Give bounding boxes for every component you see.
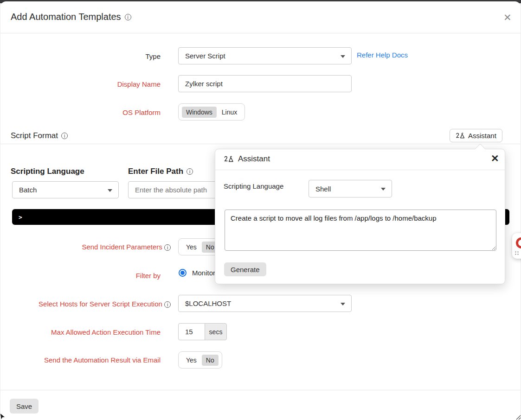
scripting-language-label-text: Scripting Language [11, 167, 84, 176]
assistant-button-label: Assistant [468, 132, 496, 140]
select-hosts-dropdown[interactable]: $LOCALHOST [178, 295, 352, 312]
chevron-down-icon [108, 189, 112, 192]
send-incident-parameters-info-icon[interactable]: i [164, 244, 171, 251]
mouse-cursor [0, 413, 7, 420]
os-option-linux[interactable]: Linux [218, 107, 241, 118]
display-name-input[interactable] [178, 75, 352, 92]
select-hosts-label: Select Hosts for Server Script Execution… [10, 300, 171, 308]
filter-by-options: Monitor [179, 269, 215, 277]
radio-dot-icon [180, 271, 185, 275]
window-resize-grip-icon[interactable] [515, 415, 521, 420]
chevron-down-icon [341, 303, 345, 305]
monitor-radio[interactable] [179, 269, 187, 277]
popup-header: Assistant [224, 154, 270, 164]
type-dropdown-value: Server Script [185, 52, 225, 60]
send-incident-parameters-label-text: Send Incident Parameters [82, 243, 162, 251]
script-format-info-icon[interactable]: i [61, 133, 68, 139]
zia-icon [456, 132, 465, 140]
zia-icon [224, 155, 234, 163]
page-title: Add Automation Templates i [11, 12, 131, 22]
refer-help-docs-link[interactable]: Refer Help Docs [357, 51, 408, 59]
drag-handle-dots-icon [515, 251, 520, 256]
select-hosts-label-text: Select Hosts for Server Script Execution [39, 300, 162, 308]
email-result-no[interactable]: No [202, 355, 219, 366]
scripting-language-label: Scripting Language [11, 167, 84, 176]
os-platform-toggle: Windows Linux [178, 103, 245, 121]
chevron-down-icon [381, 188, 386, 191]
assistant-popup: Assistant ✕ Scripting Language Shell Cre… [215, 149, 505, 284]
email-result-yes[interactable]: Yes [182, 355, 201, 366]
floating-record-widget[interactable] [512, 233, 521, 259]
title-info-icon[interactable]: i [125, 14, 131, 20]
type-label: Type [10, 52, 161, 60]
popup-scripting-language-dropdown[interactable]: Shell [309, 180, 392, 197]
add-automation-templates-modal: Add Automation Templates i ✕ Type Server… [0, 1, 521, 420]
scripting-language-dropdown[interactable]: Batch [12, 181, 119, 198]
modal-close-icon[interactable]: ✕ [503, 13, 512, 22]
section-divider [0, 144, 521, 144]
type-dropdown[interactable]: Server Script [178, 47, 352, 64]
modal-title: Add Automation Templates [11, 12, 121, 22]
terminal-prompt: > [19, 214, 22, 221]
file-path-info-icon[interactable]: i [187, 168, 193, 175]
scripting-language-value: Batch [19, 186, 37, 194]
max-execution-time-label: Max Allowed Action Execution Time [10, 328, 161, 336]
popup-scripting-language-label: Scripting Language [224, 182, 283, 190]
assistant-button[interactable]: Assistant [450, 129, 502, 142]
display-name-label: Display Name [10, 80, 161, 88]
os-option-windows[interactable]: Windows [182, 107, 217, 118]
select-hosts-value: $LOCALHOST [185, 299, 231, 307]
header-divider [0, 33, 521, 33]
script-format-heading: Script Format i [11, 131, 68, 140]
footer-divider [0, 390, 521, 390]
popup-close-icon[interactable]: ✕ [491, 153, 499, 164]
chevron-down-icon [341, 55, 345, 58]
popup-title: Assistant [238, 154, 270, 164]
send-incident-parameters-label: Send Incident Parameters i [10, 243, 171, 251]
os-platform-label: OS Platform [10, 108, 161, 116]
popup-scripting-language-value: Shell [315, 185, 331, 193]
record-ring-icon [516, 237, 521, 248]
file-path-label: Enter File Path i [128, 167, 193, 176]
incident-params-yes[interactable]: Yes [182, 242, 201, 253]
monitor-radio-label: Monitor [192, 269, 215, 277]
email-result-toggle: Yes No [178, 351, 222, 369]
popup-header-divider [215, 170, 505, 170]
generate-button[interactable]: Generate [224, 262, 266, 276]
execution-time-unit: secs [205, 323, 227, 340]
email-result-label: Send the Automation Result via Email [10, 356, 161, 364]
max-execution-time-input[interactable] [178, 323, 205, 340]
script-format-heading-text: Script Format [11, 131, 58, 140]
filter-by-label: Filter by [10, 272, 161, 280]
save-button[interactable]: Save [10, 399, 39, 414]
select-hosts-info-icon[interactable]: i [164, 301, 171, 308]
popup-arrow [475, 144, 486, 154]
assistant-prompt-textarea[interactable]: Create a script to move all log files fr… [225, 210, 496, 251]
file-path-label-text: Enter File Path [128, 167, 183, 176]
